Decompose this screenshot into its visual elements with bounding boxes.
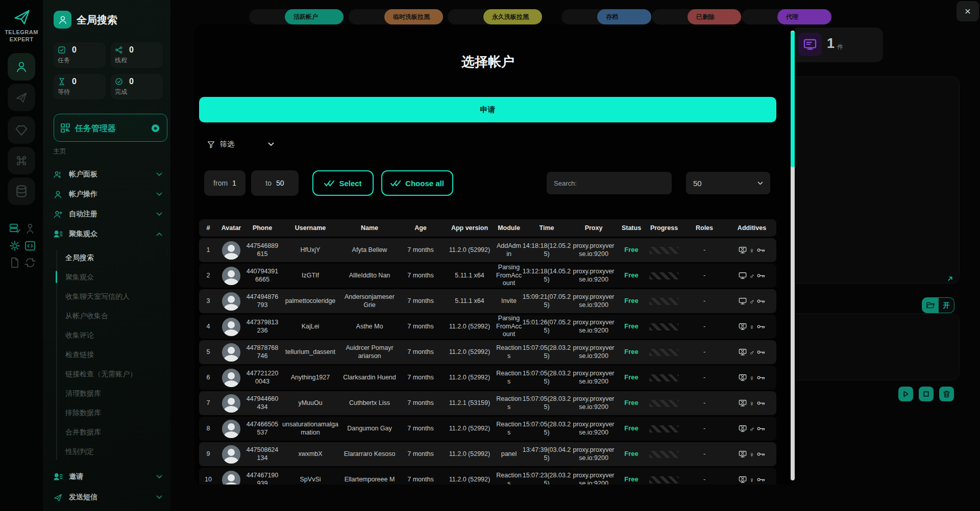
task-manager-button[interactable]: 任务管理器 [54,114,167,142]
nav-database[interactable] [8,177,35,205]
submenu-item-合并数据库[interactable]: 合并数据库 [43,422,170,442]
submenu-item-收集聊天室写信的人[interactable]: 收集聊天室写信的人 [43,287,170,306]
age-cell: 7 months [398,246,443,254]
additives-cell: ♂ [728,425,776,432]
sidebar-item-帐户面板[interactable]: 帐户面板 [43,165,170,184]
server-check-icon[interactable] [9,223,20,234]
monitor-icon [739,297,747,305]
sync-arrows-icon[interactable] [24,257,36,268]
badge-label[interactable]: 活跃帐户 [285,9,344,24]
additives-cell: ♂ [728,297,776,305]
nav-premium[interactable] [8,116,35,144]
sidebar-item-自动注册[interactable]: 自动注册 [43,205,170,224]
status-cell: Free [616,373,647,382]
female-icon: ♀ [749,451,755,458]
submenu-item-检查链接[interactable]: 检查链接 [43,345,170,364]
filter-dropdown[interactable]: 筛选 [200,133,281,156]
resize-corner-icon[interactable] [947,276,953,282]
row-number: 7 [199,399,217,407]
table-row[interactable]: 24407943916665IzGTIfAllleIddlto Nan7 mon… [199,264,776,288]
to-input[interactable]: to 50 [251,170,299,196]
column-header: Progress [647,224,681,232]
accounts-table: #AvatarPhoneUsernameNameAgeApp versionMo… [199,219,776,484]
module-cell: Reactions [496,344,522,360]
avatar-cell [217,343,245,362]
table-row[interactable]: 1447546889615HfUxjYAfyta Bellew7 months1… [199,238,776,262]
folder-button[interactable] [922,297,939,313]
from-input[interactable]: from 1 [204,170,246,196]
menu-section-label: 主页 [53,147,66,156]
apply-button[interactable]: 申请 [199,97,776,122]
badge-label[interactable]: 代理 [777,9,831,24]
submenu-item-从帐户收集合[interactable]: 从帐户收集合 [43,306,170,325]
badge-label[interactable]: 临时洗板拉黑 [384,9,443,24]
sidebar-item-邀请[interactable]: 邀请 [43,467,170,487]
age-cell: 7 months [398,323,443,331]
stop-button[interactable] [919,387,934,401]
progress-cell [647,374,681,381]
progress-cell [647,349,681,356]
badge-label[interactable]: 存档 [597,9,651,24]
badge-label[interactable]: 永久洗板拉黑 [483,9,542,24]
table-row[interactable]: 4447379813236KajLeiAsthe Mo7 months11.2.… [199,315,776,339]
table-row[interactable]: 10447467190939SpVvSiEllartemporeee M7 mo… [199,468,776,484]
table-row[interactable]: 8447466505537unsaturationamalgamationDan… [199,417,776,441]
submenu-item-性别判定[interactable]: 性别判定 [43,442,170,461]
table-row[interactable]: 5447878768746tellurium_dassentAuidrcer P… [199,340,776,364]
table-row[interactable]: 64477212200043Anything1927Clarksardin Hu… [199,366,776,390]
gear-icon[interactable] [9,240,20,251]
open-button[interactable]: 开 [939,297,954,313]
column-header: Proxy [572,224,616,232]
status-badge: Free [624,297,638,304]
avatar [222,241,240,260]
play-button[interactable] [898,387,913,401]
sidebar-item-聚集观众[interactable]: 聚集观众 [43,224,170,244]
sidebar-item-帐户操作[interactable]: 帐户操作 [43,185,170,204]
table-row[interactable]: 9447508624134xwxmbXElararraro Kesoso7 mo… [199,442,776,466]
badge-label[interactable]: 已删除 [688,9,741,24]
male-icon: ♂ [749,298,755,305]
row-number: 2 [199,272,217,280]
submenu-item-收集评论[interactable]: 收集评论 [43,325,170,345]
male-icon: ♂ [749,425,755,432]
roles-cell: - [681,425,728,433]
sidebar-item-发送短信[interactable]: 发送短信 [43,488,170,507]
app-version-cell: 5.11.1 x64 [443,297,496,305]
submenu-item-聚集观众[interactable]: 聚集观众 [43,267,170,287]
username-cell: HfUxjY [280,246,341,254]
modal-scrollbar-thumb[interactable] [791,32,795,167]
progress-cell [647,323,681,330]
module-cell: AddAdmin [496,242,522,258]
cam-person-icon[interactable] [24,223,36,234]
doc-icon[interactable] [9,257,20,268]
female-icon: ♀ [749,400,755,407]
table-row[interactable]: 3447494876793palmettocoleridgeAndersonja… [199,289,776,313]
select-button[interactable]: Select [312,170,374,196]
qr-icon [60,123,70,133]
code-window-icon[interactable] [24,240,36,251]
submenu-item-链接检查（无需账户）[interactable]: 链接检查（无需账户） [43,364,170,384]
submenu-item-全局搜索[interactable]: 全局搜索 [43,248,170,267]
page-size-select[interactable]: 50 [686,172,770,194]
nav-tools[interactable] [8,147,35,174]
module-cell: Reactions [496,395,522,411]
submenu-item-清理数据库[interactable]: 清理数据库 [43,384,170,403]
additives-cell: ♂ [728,348,776,356]
search-input[interactable] [547,172,672,194]
time-cell: 15:09:21(07.05.25) [522,293,572,309]
close-button[interactable]: × [957,1,979,21]
progress-bar [649,323,679,330]
proxy-cell: proxy.proxyverse.io:9200 [572,395,616,411]
submenu-item-排除数据库[interactable]: 排除数据库 [43,403,170,422]
column-header: # [199,224,217,232]
row-number: 6 [199,374,217,382]
nav-sender[interactable] [8,84,35,111]
female-icon: ♀ [749,323,755,330]
choose-all-button[interactable]: Choose all [381,170,453,196]
modal-title: 选择帐户 [194,53,781,71]
table-row[interactable]: 7447944660434yMuuOuCuthbertx Liss7 month… [199,391,776,415]
user-icon [53,190,63,199]
nav-accounts[interactable] [8,53,35,81]
trash-button[interactable] [939,387,954,401]
monitor-x-icon [739,450,747,458]
